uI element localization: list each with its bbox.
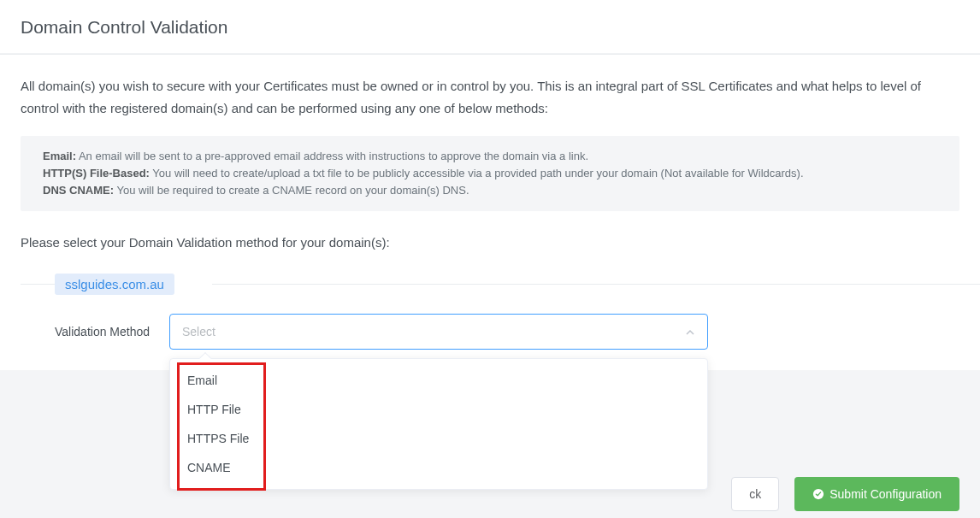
intro-paragraph: All domain(s) you wish to secure with yo… [21, 75, 959, 119]
info-http-text: You will need to create/upload a txt fil… [150, 167, 804, 180]
validation-method-dropdown: Email HTTP File HTTPS File CNAME [169, 358, 708, 490]
option-https-file[interactable]: HTTPS File [170, 424, 707, 453]
validation-method-row: Validation Method Select Email HTTP File… [55, 314, 959, 350]
info-http-label: HTTP(S) File-Based: [43, 167, 150, 180]
info-dns-label: DNS CNAME: [43, 184, 114, 197]
page-title: Domain Control Validation [0, 0, 980, 54]
info-http: HTTP(S) File-Based: You will need to cre… [43, 165, 937, 182]
option-cname[interactable]: CNAME [170, 453, 707, 482]
chevron-up-icon [685, 327, 695, 337]
info-dns: DNS CNAME: You will be required to creat… [43, 182, 937, 199]
info-email-text: An email will be sent to a pre-approved … [76, 150, 588, 162]
info-email-label: Email: [43, 150, 76, 162]
action-buttons: ck Submit Configuration [731, 477, 959, 511]
dropdown-arrow [199, 352, 211, 364]
option-email[interactable]: Email [170, 366, 707, 395]
info-dns-text: You will be required to create a CNAME r… [114, 184, 469, 197]
check-circle-icon [812, 488, 824, 500]
section-divider-right [212, 284, 980, 285]
back-button-label: ck [749, 487, 761, 501]
validation-method-label: Validation Method [55, 325, 157, 338]
domain-chip: sslguides.com.au [55, 274, 174, 295]
main-content: All domain(s) you wish to secure with yo… [0, 55, 980, 370]
select-placeholder: Select [182, 325, 215, 338]
validation-method-select[interactable]: Select [169, 314, 708, 350]
validation-method-select-wrapper: Select Email HTTP File HTTPS File CNAME [169, 314, 708, 350]
select-prompt: Please select your Domain Validation met… [21, 235, 959, 250]
option-http-file[interactable]: HTTP File [170, 395, 707, 424]
submit-button-label: Submit Configuration [829, 487, 942, 501]
domain-section: sslguides.com.au Validation Method Selec… [55, 274, 959, 350]
info-email: Email: An email will be sent to a pre-ap… [43, 148, 937, 165]
methods-info-box: Email: An email will be sent to a pre-ap… [21, 136, 959, 211]
section-divider-left [21, 284, 55, 285]
back-button[interactable]: ck [731, 477, 779, 511]
submit-configuration-button[interactable]: Submit Configuration [794, 477, 959, 511]
